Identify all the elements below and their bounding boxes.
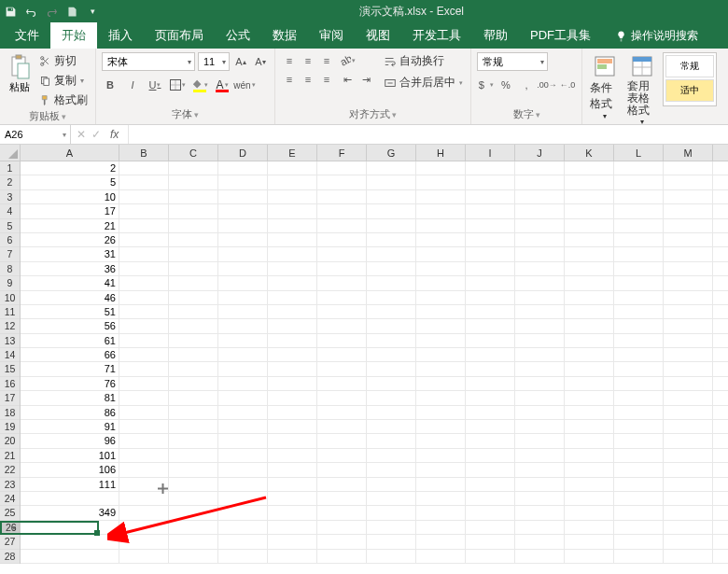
- cell[interactable]: [218, 521, 268, 534]
- cell[interactable]: [614, 305, 664, 318]
- cell[interactable]: [317, 434, 367, 447]
- cell[interactable]: 66: [21, 348, 119, 361]
- cell[interactable]: [218, 478, 268, 491]
- cell[interactable]: [466, 550, 515, 563]
- cancel-formula-icon[interactable]: ✕: [77, 128, 86, 141]
- cell[interactable]: [218, 506, 268, 519]
- cell[interactable]: [317, 348, 367, 361]
- cell[interactable]: [664, 262, 713, 275]
- cell[interactable]: [367, 334, 416, 347]
- cell[interactable]: [268, 449, 317, 462]
- cell[interactable]: [466, 204, 515, 217]
- accounting-format-button[interactable]: $: [477, 77, 494, 93]
- cell[interactable]: [614, 348, 664, 361]
- cell[interactable]: [416, 161, 466, 175]
- fill-color-button[interactable]: [191, 77, 208, 92]
- cell[interactable]: [565, 362, 614, 375]
- cell[interactable]: [664, 492, 713, 505]
- row-header[interactable]: 4: [0, 204, 20, 218]
- cell[interactable]: [416, 190, 466, 203]
- cell[interactable]: [268, 161, 317, 175]
- cell[interactable]: [367, 377, 416, 390]
- cell[interactable]: [664, 319, 713, 332]
- cell[interactable]: [565, 377, 614, 390]
- cell[interactable]: [614, 377, 664, 390]
- tab-file[interactable]: 文件: [4, 22, 50, 49]
- cell[interactable]: [119, 362, 169, 375]
- cell[interactable]: [268, 391, 317, 404]
- cell[interactable]: [614, 521, 664, 534]
- cell[interactable]: [169, 175, 218, 189]
- cell[interactable]: [565, 291, 614, 304]
- cell-styles-gallery[interactable]: 常规 适中: [663, 52, 717, 106]
- cell[interactable]: [565, 492, 614, 505]
- format-as-table-button[interactable]: 套用 表格格式▾: [625, 52, 659, 128]
- cell[interactable]: [614, 161, 664, 175]
- cell[interactable]: [565, 420, 614, 433]
- fx-icon[interactable]: fx: [106, 128, 122, 141]
- col-header-K[interactable]: K: [565, 145, 614, 161]
- cell[interactable]: [317, 161, 367, 175]
- cell[interactable]: [614, 247, 664, 260]
- cell[interactable]: [218, 492, 268, 505]
- cell[interactable]: [21, 521, 119, 534]
- cell[interactable]: [317, 233, 367, 246]
- cell[interactable]: [119, 291, 169, 304]
- cell[interactable]: [367, 190, 416, 203]
- cell[interactable]: [169, 391, 218, 404]
- row-header[interactable]: 24: [0, 492, 20, 506]
- cell[interactable]: [515, 175, 565, 189]
- cell[interactable]: 2: [21, 161, 119, 175]
- cell[interactable]: [169, 276, 218, 289]
- cell[interactable]: [218, 550, 268, 563]
- cell[interactable]: [416, 449, 466, 462]
- cell[interactable]: [268, 521, 317, 534]
- cell[interactable]: [614, 449, 664, 462]
- cell[interactable]: [317, 319, 367, 332]
- cell[interactable]: [466, 319, 515, 332]
- cell[interactable]: [367, 434, 416, 447]
- cell[interactable]: [169, 233, 218, 246]
- row-header[interactable]: 8: [0, 262, 20, 276]
- cell[interactable]: [466, 506, 515, 519]
- cell[interactable]: [119, 305, 169, 318]
- conditional-format-button[interactable]: 条件格式▾: [588, 52, 622, 122]
- cell[interactable]: 41: [21, 276, 119, 289]
- cell[interactable]: [664, 406, 713, 419]
- cell[interactable]: [565, 276, 614, 289]
- cell[interactable]: [119, 391, 169, 404]
- cell[interactable]: [515, 276, 565, 289]
- cell[interactable]: [317, 492, 367, 505]
- cell[interactable]: [367, 478, 416, 491]
- cell[interactable]: [218, 348, 268, 361]
- cell[interactable]: 76: [21, 377, 119, 390]
- cell[interactable]: [565, 247, 614, 260]
- cell[interactable]: 106: [21, 463, 119, 476]
- cell[interactable]: [416, 348, 466, 361]
- cell[interactable]: [515, 463, 565, 476]
- cell[interactable]: [268, 535, 317, 548]
- cell[interactable]: [515, 262, 565, 275]
- cell[interactable]: [515, 291, 565, 304]
- cell[interactable]: [119, 420, 169, 433]
- cell[interactable]: [416, 233, 466, 246]
- cell[interactable]: [614, 506, 664, 519]
- cell[interactable]: [367, 521, 416, 534]
- cell[interactable]: [614, 434, 664, 447]
- cell[interactable]: [119, 492, 169, 505]
- row-header[interactable]: 7: [0, 247, 20, 261]
- cell[interactable]: [664, 233, 713, 246]
- cell[interactable]: [614, 535, 664, 548]
- col-header-G[interactable]: G: [367, 145, 416, 161]
- cell[interactable]: [169, 262, 218, 275]
- cell[interactable]: [367, 219, 416, 232]
- wrap-text-button[interactable]: 自动换行: [382, 52, 465, 70]
- cell[interactable]: [614, 362, 664, 375]
- formula-bar[interactable]: [128, 125, 728, 144]
- cell[interactable]: [218, 334, 268, 347]
- cell[interactable]: [367, 492, 416, 505]
- cell[interactable]: 26: [21, 233, 119, 246]
- cell[interactable]: 349: [21, 506, 119, 519]
- align-left-icon[interactable]: ≡: [281, 71, 298, 88]
- tab-pdf[interactable]: PDF工具集: [519, 22, 602, 49]
